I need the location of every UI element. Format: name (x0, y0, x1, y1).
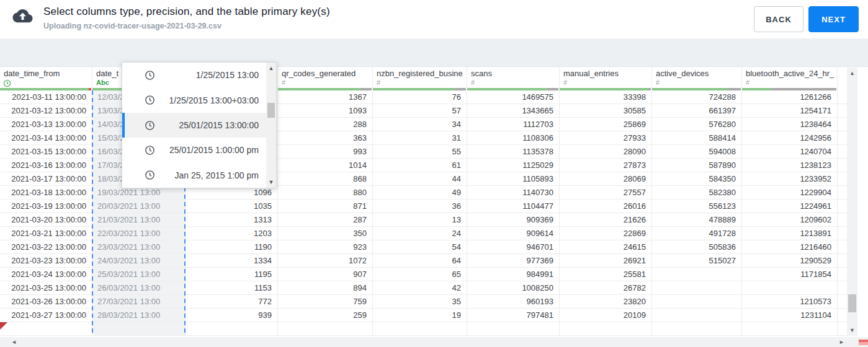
cell-nzbn_registered_busine[interactable]: 19 (373, 309, 467, 322)
cell-nzbn_registered_busine[interactable]: 76 (373, 90, 467, 103)
dropdown-scroll-up-arrow[interactable]: ▲ (266, 65, 276, 71)
cell-nzbn_registered_busine[interactable]: 44 (373, 172, 467, 185)
cell-nzbn_registered_busine[interactable]: 42 (373, 281, 467, 294)
cell-nzbn_registered_busine[interactable]: 31 (373, 131, 467, 144)
cell-manual_entries[interactable]: 25869 (560, 118, 652, 131)
cell-scans[interactable]: 977369 (467, 254, 560, 267)
dropdown-scrollbar-thumb[interactable] (267, 103, 275, 118)
cell-active_devices[interactable]: 588414 (652, 131, 742, 144)
cell-active_devices[interactable] (652, 281, 742, 294)
cell-nzbn_registered_busine[interactable]: 24 (373, 227, 467, 240)
cell-manual_entries[interactable]: 25581 (560, 268, 652, 281)
cell-bluetooth_active_24_hr_[interactable]: 1290529 (742, 254, 838, 267)
cell-date_time_to[interactable]: 27/03/2021 13:00 (92, 295, 186, 308)
cell-date_time_from[interactable]: 2021-03-14 13:00:00 (0, 131, 92, 144)
scroll-right-arrow[interactable]: ► (839, 339, 844, 345)
cell-scans[interactable]: 1112703 (467, 118, 560, 131)
column-header-bluetooth_active_24_hr_[interactable]: bluetooth_active_24_hr_# (742, 67, 838, 90)
cell-qr_codes_generated[interactable]: 363 (278, 131, 373, 144)
dropdown-scroll-down-arrow[interactable]: ▼ (266, 179, 276, 185)
cell-date_time_to[interactable]: 22/03/2021 13:00 (92, 227, 186, 240)
format-option[interactable]: 1/25/2015 13:00 (122, 63, 266, 87)
cell-qr_codes_generated[interactable]: 1093 (278, 104, 373, 117)
back-button[interactable]: BACK (754, 6, 803, 32)
cell-manual_entries[interactable] (560, 322, 652, 335)
cell-qr_codes_generated[interactable]: 350 (278, 227, 373, 240)
cell-manual_entries[interactable]: 26016 (560, 200, 652, 213)
cell-manual_entries[interactable]: 28069 (560, 172, 652, 185)
cell-hidden_column[interactable] (186, 322, 278, 335)
dropdown-scrollbar[interactable]: ▲ ▼ (266, 63, 276, 188)
cell-nzbn_registered_busine[interactable]: 54 (373, 240, 467, 253)
cell-scans[interactable]: 1105893 (467, 172, 560, 185)
cell-qr_codes_generated[interactable]: 993 (278, 145, 373, 158)
cell-manual_entries[interactable]: 26782 (560, 281, 652, 294)
cell-manual_entries[interactable]: 27557 (560, 186, 652, 199)
cell-manual_entries[interactable]: 22869 (560, 227, 652, 240)
cell-date_time_to[interactable]: 26/03/2021 13:00 (92, 281, 186, 294)
cell-date_time_to[interactable]: 25/03/2021 13:00 (92, 268, 186, 281)
cell-scans[interactable]: 909614 (467, 227, 560, 240)
cell-date_time_from[interactable]: 2021-03-20 13:00:00 (0, 213, 92, 226)
next-button[interactable]: NEXT (808, 6, 859, 32)
cell-nzbn_registered_busine[interactable]: 57 (373, 104, 467, 117)
cell-nzbn_registered_busine[interactable]: 64 (373, 254, 467, 267)
cell-scans[interactable] (467, 322, 560, 335)
cell-scans[interactable]: 797481 (467, 309, 560, 322)
cell-scans[interactable]: 1125029 (467, 159, 560, 172)
cell-date_time_from[interactable]: 2021-03-18 13:00:00 (0, 186, 92, 199)
cell-qr_codes_generated[interactable]: 288 (278, 118, 373, 131)
cell-date_time_from[interactable]: 2021-03-27 13:00:00 (0, 309, 92, 322)
cell-date_time_from[interactable]: 2021-03-21 13:00:00 (0, 227, 92, 240)
cell-hidden_column[interactable]: 1313 (186, 213, 278, 226)
cell-scans[interactable]: 1108306 (467, 131, 560, 144)
cell-scans[interactable]: 946701 (467, 240, 560, 253)
cell-date_time_to[interactable]: 24/03/2021 13:00 (92, 254, 186, 267)
cell-date_time_to[interactable] (92, 322, 186, 335)
cell-qr_codes_generated[interactable]: 759 (278, 295, 373, 308)
cell-qr_codes_generated[interactable]: 1072 (278, 254, 373, 267)
cell-scans[interactable]: 1469575 (467, 90, 560, 103)
cell-qr_codes_generated[interactable]: 907 (278, 268, 373, 281)
cell-scans[interactable]: 909369 (467, 213, 560, 226)
cell-scans[interactable]: 960193 (467, 295, 560, 308)
cell-bluetooth_active_24_hr_[interactable] (742, 322, 838, 335)
cell-active_devices[interactable]: 491728 (652, 227, 742, 240)
cell-active_devices[interactable] (652, 268, 742, 281)
cell-hidden_column[interactable]: 1195 (186, 268, 278, 281)
cell-qr_codes_generated[interactable]: 1367 (278, 90, 373, 103)
column-header-date_time_from[interactable]: date_time_from (0, 67, 92, 90)
cell-nzbn_registered_busine[interactable]: 61 (373, 159, 467, 172)
cell-manual_entries[interactable]: 20109 (560, 309, 652, 322)
cell-active_devices[interactable]: 661397 (652, 104, 742, 117)
cell-date_time_to[interactable]: 20/03/2021 13:00 (92, 200, 186, 213)
cell-hidden_column[interactable]: 1203 (186, 227, 278, 240)
cell-nzbn_registered_busine[interactable]: 13 (373, 213, 467, 226)
cell-date_time_from[interactable]: 2021-03-19 13:00:00 (0, 200, 92, 213)
column-header-scans[interactable]: scans# (467, 67, 560, 90)
cell-nzbn_registered_busine[interactable]: 55 (373, 145, 467, 158)
cell-scans[interactable]: 1104477 (467, 200, 560, 213)
cell-bluetooth_active_24_hr_[interactable]: 1209602 (742, 213, 838, 226)
cell-bluetooth_active_24_hr_[interactable]: 1242956 (742, 131, 838, 144)
cell-date_time_from[interactable]: 2021-03-16 13:00:00 (0, 159, 92, 172)
format-option[interactable]: 25/01/2015 1:00:00 pm (122, 138, 266, 162)
cell-nzbn_registered_busine[interactable]: 49 (373, 186, 467, 199)
cell-qr_codes_generated[interactable]: 871 (278, 200, 373, 213)
scroll-down-arrow[interactable]: ▼ (847, 327, 857, 333)
cell-active_devices[interactable]: 584350 (652, 172, 742, 185)
cell-qr_codes_generated[interactable]: 287 (278, 213, 373, 226)
cell-hidden_column[interactable]: 1334 (186, 254, 278, 267)
cell-date_time_to[interactable]: 21/03/2021 13:00 (92, 213, 186, 226)
cell-date_time_from[interactable]: 2021-03-22 13:00:00 (0, 240, 92, 253)
cell-date_time_from[interactable]: 2021-03-23 13:00:00 (0, 254, 92, 267)
cell-nzbn_registered_busine[interactable]: 34 (373, 118, 467, 131)
scroll-up-arrow[interactable]: ▲ (847, 70, 857, 76)
cell-date_time_from[interactable]: 2021-03-12 13:00:00 (0, 104, 92, 117)
cell-nzbn_registered_busine[interactable]: 36 (373, 200, 467, 213)
cell-manual_entries[interactable]: 33398 (560, 90, 652, 103)
cell-active_devices[interactable] (652, 322, 742, 335)
column-header-nzbn_registered_busine[interactable]: nzbn_registered_busine# (373, 67, 467, 90)
cell-manual_entries[interactable]: 23820 (560, 295, 652, 308)
cell-scans[interactable]: 984991 (467, 268, 560, 281)
